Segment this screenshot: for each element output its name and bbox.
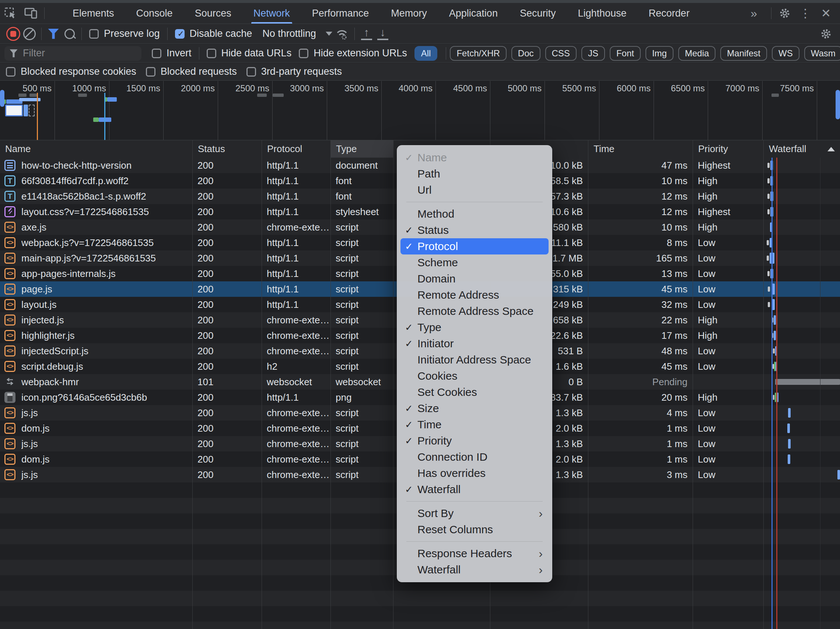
chip-wasm[interactable]: Wasm: [804, 46, 840, 61]
chevron-down-icon: [326, 32, 332, 36]
menu-item-status[interactable]: ✓Status: [401, 222, 549, 238]
waterfall-bar: [773, 348, 775, 353]
sort-ascending-icon: [827, 147, 835, 151]
menu-item-priority[interactable]: ✓Priority: [401, 433, 549, 449]
close-devtools-icon[interactable]: ✕: [816, 5, 836, 21]
tab-memory[interactable]: Memory: [380, 3, 438, 24]
menu-item-size[interactable]: ✓Size: [401, 400, 549, 416]
disable-cache-box[interactable]: [175, 29, 185, 39]
menu-item-reset-columns[interactable]: Reset Columns: [401, 522, 549, 538]
menu-item-protocol[interactable]: ✓Protocol: [401, 238, 549, 254]
tab-security[interactable]: Security: [509, 3, 567, 24]
checkbox-blocked-requests[interactable]: Blocked requests: [146, 64, 246, 80]
export-har-icon[interactable]: ↓: [375, 26, 391, 42]
menu-item-set-cookies[interactable]: Set Cookies: [401, 384, 549, 400]
settings-gear-icon[interactable]: [774, 5, 795, 21]
request-name: icon.png?6146a5ce65d3cb6b: [21, 389, 147, 405]
network-conditions-icon[interactable]: [335, 26, 351, 42]
menu-item-remote-address[interactable]: Remote Address: [401, 287, 549, 303]
column-header-type[interactable]: Type: [330, 140, 393, 158]
hide-extension-urls-checkbox[interactable]: Hide extension URLs: [295, 45, 414, 61]
import-har-icon[interactable]: ↑: [358, 26, 375, 42]
menu-item-scheme[interactable]: Scheme: [401, 254, 549, 271]
invert-box[interactable]: [152, 49, 161, 58]
menu-item-type[interactable]: ✓Type: [401, 319, 549, 336]
chip-font[interactable]: Font: [610, 46, 641, 61]
chip-ws[interactable]: WS: [772, 46, 799, 61]
menu-item-label: Waterfall: [417, 483, 461, 496]
column-header-time[interactable]: Time: [588, 140, 693, 158]
menu-item-sort-by[interactable]: Sort By›: [401, 505, 549, 522]
tab-recorder[interactable]: Recorder: [638, 3, 701, 24]
checkbox-box[interactable]: [6, 67, 16, 77]
throttling-select[interactable]: No throttling: [256, 26, 335, 42]
overview-window-handle[interactable]: [0, 90, 5, 107]
disable-cache-checkbox[interactable]: Disable cache: [171, 26, 256, 42]
column-header-protocol[interactable]: Protocol: [262, 140, 330, 158]
menu-item-path[interactable]: Path: [401, 166, 549, 182]
filter-input[interactable]: [22, 47, 154, 59]
cell-time: 1 ms: [588, 421, 693, 436]
cell-status: 200: [192, 251, 262, 266]
tab-elements[interactable]: Elements: [62, 3, 125, 24]
checkbox-box[interactable]: [246, 67, 256, 77]
tab-console[interactable]: Console: [125, 3, 184, 24]
chip-js[interactable]: JS: [581, 46, 605, 61]
chip-all[interactable]: All: [414, 46, 438, 61]
hide-data-urls-checkbox[interactable]: Hide data URLs: [203, 45, 295, 61]
kebab-menu-icon[interactable]: ⋮: [795, 5, 816, 21]
tab-application[interactable]: Application: [438, 3, 509, 24]
preserve-log-box[interactable]: [89, 29, 99, 39]
panel-tabs: ElementsConsoleSourcesNetworkPerformance…: [62, 3, 701, 24]
cell-name: <>dom.js: [0, 451, 192, 467]
tab-performance[interactable]: Performance: [301, 3, 380, 24]
column-header-waterfall[interactable]: Waterfall: [763, 140, 840, 158]
chip-manifest[interactable]: Manifest: [720, 46, 767, 61]
chip-fetch-xhr[interactable]: Fetch/XHR: [450, 46, 506, 61]
inspect-element-icon[interactable]: [0, 5, 21, 21]
tab-network[interactable]: Network: [242, 3, 301, 24]
preserve-log-checkbox[interactable]: Preserve log: [85, 26, 164, 42]
menu-item-has-overrides[interactable]: Has overrides: [401, 465, 549, 481]
waterfall-bar: [788, 408, 791, 418]
menu-item-domain[interactable]: Domain: [401, 271, 549, 287]
clear-button[interactable]: [21, 26, 38, 42]
checkbox-3rd-party-requests[interactable]: 3rd-party requests: [246, 64, 352, 80]
cell-type: script: [330, 297, 393, 312]
column-header-status[interactable]: Status: [192, 140, 262, 158]
chip-css[interactable]: CSS: [545, 46, 576, 61]
network-settings-gear-icon[interactable]: [818, 26, 834, 42]
search-icon[interactable]: [62, 26, 78, 42]
overview-window-handle[interactable]: [835, 90, 840, 119]
filter-toggle-icon[interactable]: [45, 26, 62, 42]
tab-sources[interactable]: Sources: [184, 3, 242, 24]
menu-item-connection-id[interactable]: Connection ID: [401, 449, 549, 465]
menu-item-method[interactable]: Method: [401, 206, 549, 222]
menu-item-waterfall[interactable]: ✓Waterfall: [401, 481, 549, 498]
filter-input-container[interactable]: [5, 46, 142, 61]
menu-item-cookies[interactable]: Cookies: [401, 368, 549, 384]
checkbox-box[interactable]: [146, 67, 155, 77]
menu-item-remote-address-space[interactable]: Remote Address Space: [401, 303, 549, 319]
chip-doc[interactable]: Doc: [512, 46, 540, 61]
device-toolbar-icon[interactable]: [21, 5, 41, 21]
hide-data-urls-box[interactable]: [207, 49, 216, 58]
menu-item-initiator-address-space[interactable]: Initiator Address Space: [401, 352, 549, 368]
invert-checkbox[interactable]: Invert: [142, 45, 195, 61]
more-tabs-button[interactable]: »: [739, 7, 768, 19]
checkbox-blocked-response-cookies[interactable]: Blocked response cookies: [6, 64, 146, 80]
tab-lighthouse[interactable]: Lighthouse: [567, 3, 637, 24]
chip-media[interactable]: Media: [678, 46, 715, 61]
menu-item-response-headers[interactable]: Response Headers›: [401, 545, 549, 561]
menu-item-waterfall[interactable]: Waterfall›: [401, 561, 549, 578]
script-icon: <>: [5, 438, 16, 449]
hide-extension-urls-box[interactable]: [299, 49, 308, 58]
chip-img[interactable]: Img: [646, 46, 673, 61]
network-overview-timeline[interactable]: 500 ms1000 ms1500 ms2000 ms2500 ms3000 m…: [0, 81, 840, 140]
column-header-name[interactable]: Name: [0, 140, 192, 158]
column-header-priority[interactable]: Priority: [693, 140, 763, 158]
menu-item-url[interactable]: Url: [401, 182, 549, 198]
record-button[interactable]: [5, 26, 21, 42]
menu-item-time[interactable]: ✓Time: [401, 416, 549, 433]
menu-item-initiator[interactable]: ✓Initiator: [401, 336, 549, 352]
